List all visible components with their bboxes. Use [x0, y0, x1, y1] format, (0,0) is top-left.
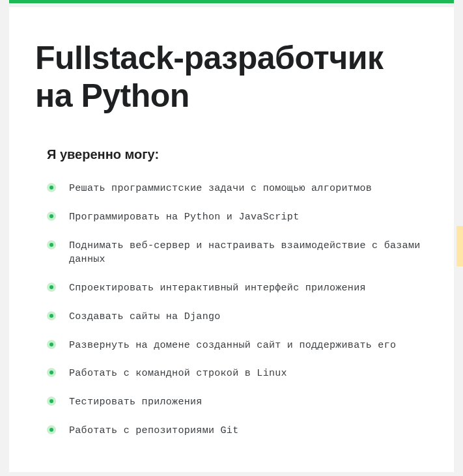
skill-text: Поднимать веб-сервер и настраивать взаим… — [69, 239, 428, 268]
list-item: Поднимать веб-сервер и настраивать взаим… — [47, 239, 428, 268]
list-item: Развернуть на домене созданный сайт и по… — [47, 339, 428, 353]
bullet-icon — [47, 183, 56, 192]
bullet-icon — [47, 212, 56, 221]
bullet-icon — [47, 340, 56, 349]
content-area: Fullstack-разработчик на Python Я уверен… — [9, 7, 454, 472]
skill-text: Развернуть на домене созданный сайт и по… — [69, 339, 396, 353]
list-item: Решать программистские задачи с помощью … — [47, 182, 428, 196]
skill-text: Тестировать приложения — [69, 395, 203, 410]
bullet-icon — [47, 368, 56, 377]
list-item: Программировать на Python и JavaScript — [47, 210, 428, 225]
skill-text: Спроектировать интерактивный интерфейс п… — [69, 281, 366, 296]
skill-text: Создавать сайты на Django — [69, 310, 221, 324]
skill-text: Работать с репозиториями Git — [69, 424, 238, 438]
page-title: Fullstack-разработчик на Python — [35, 40, 428, 115]
list-item: Создавать сайты на Django — [47, 310, 428, 324]
bullet-icon — [47, 240, 56, 249]
bullet-icon — [47, 397, 56, 406]
skill-text: Решать программистские задачи с помощью … — [69, 182, 372, 196]
bullet-icon — [47, 283, 56, 292]
skill-text: Программировать на Python и JavaScript — [69, 210, 299, 225]
list-item: Работать с репозиториями Git — [47, 424, 428, 438]
list-item: Работать с командной строкой в Linux — [47, 367, 428, 381]
top-accent-bar — [9, 0, 454, 3]
skill-list: Решать программистские задачи с помощью … — [47, 182, 428, 438]
document-page: Fullstack-разработчик на Python Я уверен… — [9, 7, 454, 472]
bullet-icon — [47, 425, 56, 434]
side-accent-strip — [456, 226, 463, 266]
list-item: Спроектировать интерактивный интерфейс п… — [47, 281, 428, 296]
list-item: Тестировать приложения — [47, 395, 428, 410]
skill-text: Работать с командной строкой в Linux — [69, 367, 287, 381]
skills-heading: Я уверенно могу: — [47, 147, 428, 162]
bullet-icon — [47, 311, 56, 320]
